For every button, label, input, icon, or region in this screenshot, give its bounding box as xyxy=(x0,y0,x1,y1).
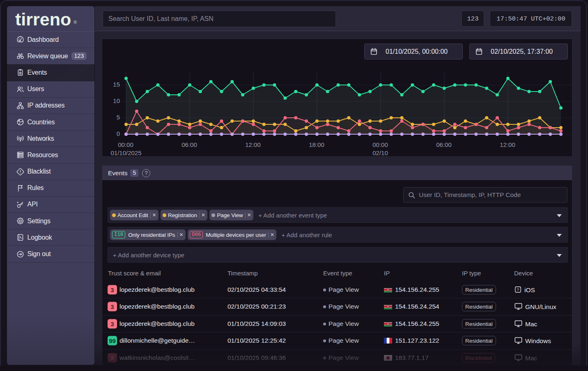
svg-text:?: ? xyxy=(517,287,519,292)
